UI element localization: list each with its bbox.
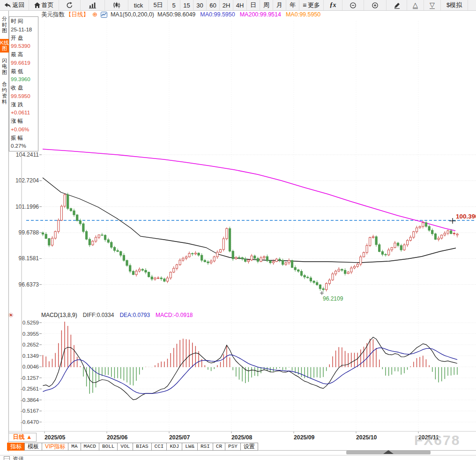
svg-text:-0.1257: -0.1257 — [21, 375, 39, 381]
indicator-settings-icon[interactable]: ☀ — [8, 312, 14, 318]
svg-text:2025/09: 2025/09 — [294, 434, 315, 441]
info-label: 涨 跌 — [11, 101, 38, 109]
svg-text:2025/06: 2025/06 — [107, 434, 128, 441]
news-icon — [4, 456, 10, 460]
svg-text:2025/08: 2025/08 — [231, 434, 253, 441]
macd-value: MACD:-0.0918 — [156, 312, 193, 318]
candle-chart-button[interactable] — [105, 0, 128, 10]
info-value: +0.06% — [11, 126, 38, 134]
fx-button[interactable]: ƒx — [324, 0, 342, 10]
macd-values: DIFF:0.0334DEA:0.0793MACD:-0.0918 — [83, 312, 193, 318]
info-value: +0.0611 — [11, 109, 38, 117]
period-60-button[interactable]: 60 — [207, 0, 220, 10]
tab-macd[interactable]: MACD — [81, 443, 99, 451]
simulate-button[interactable]: $模拟 — [441, 0, 468, 10]
period-15-button[interactable]: 15 — [180, 0, 193, 10]
tab-cr[interactable]: CR — [213, 443, 225, 451]
macd-value: DIFF:0.0334 — [83, 312, 114, 318]
tab-contract-info[interactable]: 合约资料 — [0, 80, 9, 106]
period-5d-button[interactable]: 5日 — [149, 0, 168, 10]
info-label: 最 低 — [11, 68, 38, 76]
macd-histogram — [43, 322, 457, 394]
svg-text:2025/10: 2025/10 — [356, 434, 377, 441]
watermark: FX678 — [414, 432, 460, 448]
chart-canvas[interactable]: 2025/052025/062025/072025/082025/092025/… — [0, 0, 476, 460]
period-day-button[interactable]: 日 — [247, 0, 260, 10]
svg-text:2025/07: 2025/07 — [169, 434, 190, 441]
bar-chart-button[interactable] — [81, 0, 105, 10]
svg-text:0.3955: 0.3955 — [22, 331, 39, 337]
tab-kline-chart[interactable]: K线图 — [0, 39, 9, 53]
chart-header: 美元指数【日线】 ⊕ MA1(50,0,200,0) MA50:98.6049M… — [41, 11, 320, 18]
ma-settings: MA1(50,0,200,0) — [111, 11, 154, 18]
zoom-out-button[interactable] — [342, 0, 364, 10]
symbol-name: 美元指数 — [41, 11, 65, 18]
tab-vol[interactable]: VOL — [117, 443, 133, 451]
info-label: 开 盘 — [11, 34, 38, 43]
ohlc-info-panel: 时 间25-11-18开 盘99.5390最 高99.6619最 低99.396… — [9, 16, 38, 151]
macd-header: MACD(13,8,9) DIFF:0.0334DEA:0.0793MACD:-… — [41, 312, 193, 318]
home-button[interactable]: 首页 — [29, 0, 59, 10]
tab-boll[interactable]: BOLL — [99, 443, 118, 451]
panel-resize-handle[interactable] — [346, 451, 431, 454]
svg-text:100.390: 100.390 — [456, 213, 476, 220]
period-5-button[interactable]: 5 — [168, 0, 180, 10]
info-value: 99.6619 — [11, 59, 38, 68]
tab-indicator[interactable]: 指标 — [7, 443, 25, 451]
period-week-button[interactable]: 周 — [260, 0, 273, 10]
info-label: 收 盘 — [11, 84, 38, 92]
refresh-button[interactable] — [59, 0, 81, 10]
ma-value: MA50:98.6049 — [157, 11, 195, 18]
tab-lw[interactable]: LW& — [182, 443, 198, 451]
price-markers: 100.39096.2109 — [320, 213, 476, 302]
tab-template[interactable]: 模板 — [24, 443, 42, 451]
svg-text:-0.5167: -0.5167 — [21, 408, 39, 414]
svg-text:0.2652: 0.2652 — [22, 342, 39, 347]
period-4h-button[interactable]: 4H — [233, 0, 247, 10]
tab-cci[interactable]: CCI — [151, 443, 167, 451]
tab-bias[interactable]: BIAS — [133, 443, 151, 451]
ma-value: MA0:99.5950 — [286, 11, 320, 18]
tab-time-chart[interactable]: 分时图 — [0, 15, 9, 35]
chart-type-sidebar: 分时图K线图闪电图合约资料 — [0, 10, 9, 452]
svg-text:-0.6470: -0.6470 — [21, 419, 39, 425]
triangle-up-button[interactable]: △ — [407, 0, 424, 10]
more-button[interactable]: ≡更多 — [299, 0, 324, 10]
tab-vip-indicator[interactable]: VIP指标 — [42, 443, 68, 451]
tick-button[interactable]: tick — [128, 0, 149, 10]
period-2h-button[interactable]: 2H — [220, 0, 233, 10]
back-button[interactable]: 返回 — [0, 0, 29, 10]
svg-text:102.7204: 102.7204 — [15, 177, 39, 184]
ma-value: MA200:99.9514 — [240, 11, 281, 18]
ma200-line — [43, 149, 455, 231]
svg-text:-0.3864: -0.3864 — [21, 397, 39, 403]
info-value: 99.3960 — [11, 75, 38, 84]
add-indicator-icon[interactable]: ⊕ — [92, 11, 97, 18]
macd-value: DEA:0.0793 — [119, 312, 150, 318]
news-label[interactable]: 资讯 — [13, 455, 24, 460]
triangle-down-button[interactable]: ▽ — [424, 0, 441, 10]
tab-kdj[interactable]: KDJ — [166, 443, 182, 451]
kline-settings-icon[interactable] — [101, 12, 107, 18]
tab-rsi[interactable]: RSI — [197, 443, 213, 451]
zoom-in-button[interactable] — [364, 0, 387, 10]
svg-text:2025/05: 2025/05 — [45, 434, 66, 441]
period-selector-button[interactable]: 日线 ▲ — [8, 433, 37, 442]
svg-text:101.1996: 101.1996 — [15, 204, 39, 210]
macd-title: MACD(13,8,9) — [41, 312, 77, 318]
info-label: 时 间 — [11, 17, 38, 26]
svg-text:104.2411: 104.2411 — [16, 151, 39, 158]
period-month-button[interactable]: 月 — [273, 0, 286, 10]
tab-ma[interactable]: MA — [68, 443, 81, 451]
tab-settings[interactable]: 设置 — [240, 443, 258, 451]
tab-psy[interactable]: PSY — [225, 443, 241, 451]
draw-button[interactable] — [387, 0, 407, 10]
svg-text:0.5259: 0.5259 — [22, 320, 39, 325]
ma-values: MA50:98.6049MA0:99.5950MA200:99.9514MA0:… — [157, 11, 320, 18]
info-value: 99.5950 — [11, 92, 38, 101]
tab-lightning-chart[interactable]: 闪电图 — [0, 57, 9, 76]
indicator-tabs-row: 指标模板VIP指标MAMACDBOLLVOLBIASCCIKDJLW&RSICR… — [7, 443, 258, 451]
period-year-button[interactable]: 年 — [286, 0, 299, 10]
expand-arrow-icon — [383, 450, 394, 454]
period-30-button[interactable]: 30 — [193, 0, 207, 10]
